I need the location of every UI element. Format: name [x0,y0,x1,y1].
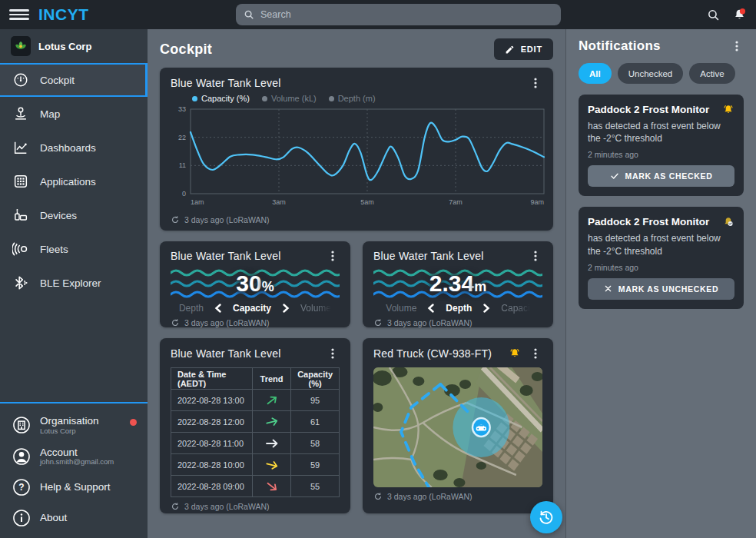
legend-item-volume[interactable]: Volume (kL) [262,94,317,103]
svg-text:1am: 1am [191,198,204,206]
notifications-title: Notifications [579,38,661,54]
search-icon [244,9,254,20]
sidebar-item-help-support[interactable]: ? Help & Support [0,472,148,503]
legend-dot [192,96,197,101]
sidebar-item-organisation[interactable]: Organisation Lotus Corp [0,410,148,440]
sidebar-item-about[interactable]: About [0,503,148,533]
grid-icon [12,173,30,190]
sidebar-item-cockpit[interactable]: Cockpit [0,63,148,97]
line-chart[interactable]: 01122331am3am5am7am9am [171,103,549,211]
sidebar-item-map[interactable]: Map [0,97,148,131]
selector-next-label[interactable]: Volume [300,303,331,314]
edit-button[interactable]: EDIT [494,38,553,60]
refresh-icon [171,318,180,327]
table-row: 2022-08-28 12:00 61 [171,411,340,433]
sidebar-item-ble-explorer[interactable]: BLE Explorer [0,266,148,300]
kebab-menu-icon[interactable] [529,75,542,91]
refresh-icon [171,215,180,224]
alert-bell-icon[interactable] [509,347,521,360]
global-search [236,4,561,25]
device-icon [12,207,30,224]
footer-item-sublabel: john.smith@gmail.com [40,458,114,467]
refresh-icon [373,492,383,501]
selector-next-label[interactable]: Capaci [501,303,529,314]
column-header: Trend [252,368,290,390]
chevron-right-icon[interactable] [482,304,490,313]
mark-as-unchecked-button[interactable]: MARK AS UNCHECKED [588,278,734,300]
sidebar-item-label: Map [40,108,60,120]
selector-prev-label[interactable]: Depth [179,303,204,314]
sidebar-item-fleets[interactable]: Fleets [0,232,148,266]
card-title: Red Truck (CW-938-FT) [373,347,492,360]
trend-arrow-icon [264,479,280,493]
info-icon [12,508,32,528]
sidebar-item-label: Cockpit [40,75,75,86]
sidebar-org-header[interactable]: Lotus Corp [0,29,148,63]
topbar: INCYT [0,0,756,29]
chevron-left-icon[interactable] [427,304,435,313]
mark-as-checked-button[interactable]: MARK AS CHECKED [588,165,734,187]
table-row: 2022-08-28 09:00 55 [171,476,340,497]
search-input[interactable] [260,9,553,20]
svg-text:?: ? [18,482,24,493]
kebab-menu-icon[interactable] [730,38,744,54]
history-fab-button[interactable] [530,501,562,533]
footer-item-sublabel: Lotus Corp [40,427,99,436]
cross-icon [604,284,612,293]
kebab-menu-icon[interactable] [326,346,340,361]
chart-legend: Capacity (%) Volume (kL) Depth (m) [192,94,542,103]
notifications-tabs: All Unchecked Active [579,63,744,84]
trend-arrow-icon [266,439,278,448]
sidebar-item-devices[interactable]: Devices [0,198,148,232]
tab-all[interactable]: All [579,63,612,84]
legend-item-capacity[interactable]: Capacity (%) [192,94,250,103]
main-content: Cockpit EDIT Blue Water Tank Level Capac… [148,29,565,538]
search-box[interactable] [236,4,561,25]
svg-text:0: 0 [182,190,186,198]
table-row: 2022-08-28 10:00 59 [171,454,340,476]
bell-ringing-icon [722,104,734,116]
hamburger-menu-button[interactable] [9,5,29,25]
bell-checked-icon [722,216,734,228]
kebab-menu-icon[interactable] [326,248,340,264]
check-icon [610,171,619,181]
gauge-icon [12,71,30,88]
notification-time: 2 minutes ago [588,263,734,272]
sidebar-item-label: BLE Explorer [40,277,101,289]
sidebar-item-account[interactable]: Account john.smith@gmail.com [0,441,148,472]
refresh-icon [171,502,180,511]
page-title: Cockpit [160,42,212,58]
person-icon [12,447,32,467]
sidebar-item-applications[interactable]: Applications [0,164,148,198]
card-footer-text: 3 days ago (LoRaWAN) [184,502,270,511]
notifications-panel: Notifications All Unchecked Active Paddo… [565,29,756,538]
app-logo: INCYT [38,5,89,24]
tab-unchecked[interactable]: Unchecked [618,63,684,84]
sidebar-item-label: Devices [40,210,77,221]
selector-current-label: Capacity [233,303,271,314]
selector-prev-label[interactable]: Volume [386,303,416,314]
notifications-bell-button[interactable] [732,8,747,22]
kebab-menu-icon[interactable] [529,248,542,264]
sidebar-item-dashboards[interactable]: Dashboards [0,131,148,164]
svg-text:11: 11 [179,161,186,169]
search-button[interactable] [707,8,720,22]
svg-text:5am: 5am [360,198,374,206]
trend-arrow-icon [264,416,278,428]
legend-item-depth[interactable]: Depth (m) [329,94,376,103]
app-root: INCYT [0,0,756,538]
card-title: Blue Water Tank Level [171,250,281,262]
chevron-right-icon[interactable] [282,304,290,313]
notification-card: Paddock 2 Frost Monitor has detected a f… [579,95,744,196]
notification-title: Paddock 2 Frost Monitor [588,104,709,115]
tab-active[interactable]: Active [689,63,734,84]
satellite-map[interactable] [373,367,542,487]
notification-time: 2 minutes ago [588,150,734,159]
lotus-logo-icon [11,36,31,56]
column-header: Date & Time (AEDT) [171,368,253,390]
kebab-menu-icon[interactable] [529,346,542,361]
footer-item-label: About [40,512,67,524]
chevron-left-icon[interactable] [214,304,222,313]
sidebar-footer: Organisation Lotus Corp Account john.smi… [0,402,148,538]
refresh-icon [373,318,383,327]
